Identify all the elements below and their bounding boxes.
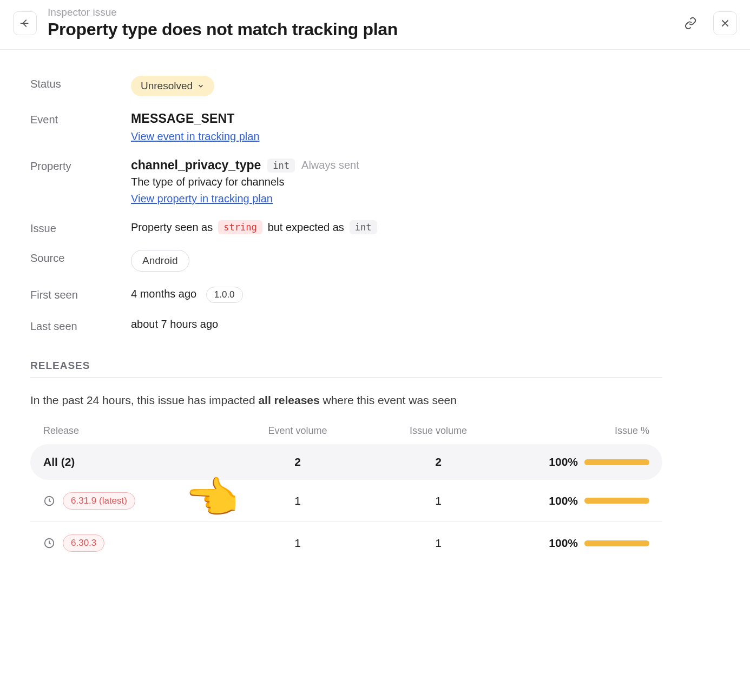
table-row[interactable]: 6.30.3 1 1 100%	[30, 522, 662, 564]
issue-text-prefix: Property seen as	[131, 221, 213, 234]
last-seen-label: Last seen	[30, 318, 131, 333]
event-name: MESSAGE_SENT	[131, 111, 662, 126]
title-block: Inspector issue Property type does not m…	[48, 6, 668, 39]
arrow-left-icon	[19, 17, 31, 29]
row-issue-pct: 100%	[549, 537, 578, 550]
table-row[interactable]: 6.31.9 (latest) 1 1 100% 👉	[30, 480, 662, 522]
row-issue-volume: 1	[368, 494, 509, 507]
status-dropdown[interactable]: Unresolved	[131, 76, 214, 96]
all-label: All (2)	[43, 455, 227, 468]
first-seen-version: 1.0.0	[206, 287, 243, 303]
link-icon	[684, 17, 697, 30]
all-issue-pct: 100%	[549, 455, 578, 468]
col-release: Release	[43, 425, 227, 437]
row-issue-bar	[584, 540, 649, 546]
close-button[interactable]	[713, 11, 737, 35]
property-description: The type of privacy for channels	[131, 176, 662, 188]
first-seen-label: First seen	[30, 287, 131, 301]
property-type-badge: int	[267, 159, 295, 173]
property-name: channel_privacy_type	[131, 158, 261, 173]
all-event-volume: 2	[227, 455, 368, 468]
release-version-badge: 6.31.9 (latest)	[63, 492, 135, 510]
row-event-volume: 1	[227, 537, 368, 550]
row-issue-volume: 1	[368, 537, 509, 550]
issue-expected-type: int	[350, 220, 377, 234]
property-presence: Always sent	[301, 159, 359, 171]
back-button[interactable]	[13, 11, 37, 35]
issue-text-mid: but expected as	[268, 221, 344, 234]
clock-icon	[43, 537, 55, 549]
copy-link-button[interactable]	[679, 11, 702, 35]
chevron-down-icon	[197, 82, 205, 90]
col-event-volume: Event volume	[227, 425, 368, 437]
source-chip[interactable]: Android	[131, 250, 189, 272]
releases-heading: RELEASES	[30, 360, 662, 372]
releases-summary: In the past 24 hours, this issue has imp…	[30, 394, 662, 407]
row-issue-pct: 100%	[549, 494, 578, 507]
view-event-link[interactable]: View event in tracking plan	[131, 130, 260, 143]
close-icon	[719, 17, 731, 29]
releases-table: Release Event volume Issue volume Issue …	[30, 425, 662, 564]
breadcrumb: Inspector issue	[48, 6, 668, 18]
releases-all-row[interactable]: All (2) 2 2 100%	[30, 444, 662, 480]
last-seen-value: about 7 hours ago	[131, 318, 218, 330]
issue-sentence: Property seen as string but expected as …	[131, 220, 662, 234]
row-event-volume: 1	[227, 494, 368, 507]
release-version-badge: 6.30.3	[63, 534, 104, 552]
col-issue-pct: Issue %	[509, 425, 649, 437]
event-label: Event	[30, 111, 131, 126]
first-seen-value: 4 months ago	[131, 288, 196, 300]
status-label: Status	[30, 76, 131, 90]
all-issue-volume: 2	[368, 455, 509, 468]
row-issue-bar	[584, 498, 649, 504]
issue-actual-type: string	[218, 220, 262, 234]
property-label: Property	[30, 158, 131, 173]
clock-icon	[43, 495, 55, 507]
view-property-link[interactable]: View property in tracking plan	[131, 193, 273, 205]
all-issue-bar	[584, 459, 649, 465]
col-issue-volume: Issue volume	[368, 425, 509, 437]
page-title: Property type does not match tracking pl…	[48, 19, 668, 39]
source-label: Source	[30, 250, 131, 265]
status-value: Unresolved	[141, 80, 193, 92]
issue-label: Issue	[30, 220, 131, 235]
